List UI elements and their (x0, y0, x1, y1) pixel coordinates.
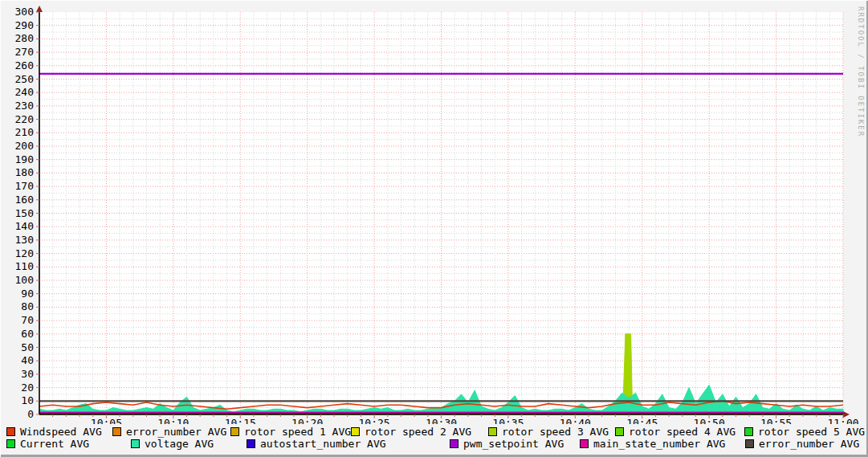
legend-item-main_state: main_state_number AVG (580, 439, 725, 449)
y-tick-label: 230 (15, 100, 34, 112)
legend-item-current: Current AVG (6, 439, 89, 449)
y-tick-label: 180 (15, 166, 34, 178)
y-tick-label: 240 (15, 86, 34, 98)
y-tick-label: 280 (15, 32, 34, 44)
legend-swatch-rotor4 (615, 427, 624, 436)
legend-label: Windspeed AVG (20, 426, 102, 438)
legend-swatch-pwm (450, 439, 458, 448)
legend-item-voltage: voltage AVG (131, 439, 214, 449)
x-tick-label: 10:20 (291, 417, 323, 424)
x-tick-label: 10:45 (626, 417, 658, 424)
x-tick-label: 10:35 (492, 417, 524, 424)
legend-label: pwm_setpoint AVG (463, 438, 564, 450)
legend-item-rotor5: rotor speed 5 AVG (744, 426, 865, 437)
x-tick-label: 10:50 (694, 417, 725, 424)
y-tick-label: 120 (15, 247, 34, 259)
legend-label: error_number AVG (759, 438, 859, 450)
y-tick-label: 160 (15, 194, 34, 206)
x-tick-label: 11:00 (827, 417, 858, 424)
legend-item-rotor1: rotor speed 1 AVG (230, 426, 351, 437)
y-tick-label: 210 (15, 126, 34, 138)
legend-label: main_state_number AVG (593, 438, 725, 450)
legend-item-windspeed: Windspeed AVG (6, 426, 102, 437)
y-tick-label: 110 (15, 260, 34, 272)
legend-swatch-error_number (112, 427, 121, 436)
y-tick-label: 0 (27, 408, 34, 420)
legend-swatch-autostart (247, 439, 255, 448)
y-tick-label: 200 (15, 140, 34, 152)
x-tick-label: 10:25 (359, 417, 390, 424)
legend-label: rotor speed 2 AVG (365, 426, 471, 438)
y-tick-label: 100 (15, 274, 34, 286)
y-tick-label: 130 (15, 234, 34, 246)
legend-swatch-rotor3 (488, 427, 497, 436)
y-tick-label: 300 (15, 6, 34, 18)
x-tick-label: 10:30 (426, 417, 457, 424)
y-tick-label: 40 (21, 354, 34, 366)
legend-swatch-current (6, 439, 15, 448)
legend-item-error_number: error_number AVG (112, 426, 226, 437)
y-tick-label: 10 (21, 394, 34, 406)
x-tick-label: 10:55 (760, 417, 792, 424)
legend-swatch-voltage (131, 439, 140, 448)
legend-item-rotor4: rotor speed 4 AVG (615, 426, 736, 437)
legend-label: error_number AVG (126, 426, 226, 438)
x-tick-label: 10:40 (560, 417, 591, 424)
legend-label: rotor speed 1 AVG (244, 426, 351, 438)
legend-label: rotor speed 4 AVG (629, 426, 736, 438)
y-tick-label: 170 (15, 180, 34, 192)
legend-swatch-rotor1 (230, 427, 239, 436)
x-tick-label: 10:05 (91, 417, 122, 424)
y-tick-label: 290 (15, 19, 34, 31)
y-tick-label: 60 (21, 328, 34, 340)
y-tick-label: 140 (15, 220, 34, 232)
legend-item-pwm: pwm_setpoint AVG (450, 439, 564, 449)
legend-swatch-main_state (580, 439, 589, 448)
y-tick-label: 30 (21, 368, 34, 380)
y-tick-label: 190 (15, 153, 34, 165)
y-tick-label: 90 (21, 288, 34, 300)
chart-svg: 0102030405060708090100110120130140150160… (0, 0, 868, 424)
x-tick-label: 10:15 (225, 417, 256, 424)
y-tick-label: 20 (21, 382, 34, 394)
legend-swatch-rotor2 (351, 427, 360, 436)
legend-item-autostart: autostart_number AVG (247, 439, 386, 449)
legend-swatch-rotor5 (744, 427, 753, 436)
y-tick-label: 50 (21, 341, 34, 353)
y-tick-label: 270 (15, 46, 34, 58)
y-tick-label: 80 (21, 300, 34, 312)
legend-item-error_number2: error_number AVG (745, 439, 859, 449)
rrdtool-graph: 0102030405060708090100110120130140150160… (0, 0, 868, 457)
y-tick-label: 260 (15, 59, 34, 71)
legend-label: rotor speed 3 AVG (502, 426, 609, 438)
legend-swatch-error_number2 (745, 439, 754, 448)
legend-label: Current AVG (20, 438, 89, 450)
legend-label: voltage AVG (145, 438, 214, 450)
legend-item-rotor2: rotor speed 2 AVG (351, 426, 471, 437)
legend-swatch-windspeed (6, 427, 15, 436)
y-tick-label: 220 (15, 113, 34, 125)
watermark-text: RRDTOOL / TOBI OETIKER (857, 6, 865, 137)
legend-label: autostart_number AVG (260, 438, 386, 450)
legend-label: rotor speed 5 AVG (758, 426, 865, 438)
y-tick-label: 70 (21, 314, 34, 326)
y-tick-label: 150 (15, 207, 34, 219)
legend-item-rotor3: rotor speed 3 AVG (488, 426, 609, 437)
y-axis-arrow (36, 6, 43, 12)
x-tick-label: 10:10 (157, 417, 189, 424)
y-tick-label: 250 (15, 73, 34, 85)
